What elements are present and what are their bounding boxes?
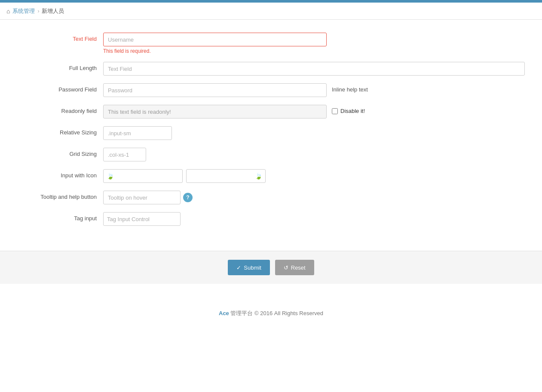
nav-current-page: 新增人员 xyxy=(42,7,64,15)
form-group-relative-sizing: Relative Sizing xyxy=(0,126,542,140)
form-group-full-length: Full Length xyxy=(0,62,542,76)
text-field-label: Text Field xyxy=(9,33,103,42)
footer-text: 管理平台 © 2016 All Rights Reserved xyxy=(230,310,323,316)
submit-label: Submit xyxy=(244,264,261,271)
form-group-password: Password Field Inline help text xyxy=(0,83,542,97)
tag-input-placeholder: Tag Input Control xyxy=(107,216,150,222)
help-button[interactable]: ? xyxy=(183,193,193,202)
tooltip-label: Tooltip and help button xyxy=(9,191,103,200)
disable-label[interactable]: Disable it! xyxy=(340,108,365,114)
home-icon: ⌂ xyxy=(6,8,10,15)
grid-sizing-input[interactable] xyxy=(103,148,146,161)
tooltip-input[interactable] xyxy=(103,191,181,204)
inline-help-text: Inline help text xyxy=(332,83,368,93)
reset-button[interactable]: ↺ Reset xyxy=(275,260,314,275)
form-group-input-icon: Input with Icon 🍃 🍃 xyxy=(0,169,542,183)
reset-label: Reset xyxy=(291,264,306,271)
reset-icon: ↺ xyxy=(284,264,288,271)
form-group-text-field: Text Field This field is required. xyxy=(0,33,542,54)
nav-separator: › xyxy=(37,8,39,14)
form-group-tag-input: Tag input Tag Input Control xyxy=(0,212,542,226)
tag-input-label: Tag input xyxy=(9,212,103,222)
relative-sizing-label: Relative Sizing xyxy=(9,126,103,136)
text-field-input[interactable] xyxy=(103,33,327,46)
readonly-input xyxy=(103,105,327,119)
input-icon-label: Input with Icon xyxy=(9,169,103,179)
disable-checkbox[interactable] xyxy=(332,108,338,114)
icon-group-row: 🍃 🍃 xyxy=(103,169,266,183)
text-field-error: This field is required. xyxy=(103,48,327,54)
password-label: Password Field xyxy=(9,83,103,93)
main-content: Text Field This field is required. Full … xyxy=(0,20,542,246)
text-field-wrapper: This field is required. xyxy=(103,33,327,54)
left-icon-group: 🍃 xyxy=(103,169,183,183)
tooltip-group: ? xyxy=(103,191,193,204)
ace-link[interactable]: Ace xyxy=(219,310,229,316)
readonly-label: Readonly field xyxy=(9,105,103,114)
relative-sizing-input[interactable] xyxy=(103,126,172,140)
full-length-label: Full Length xyxy=(9,62,103,71)
tag-input-control[interactable]: Tag Input Control xyxy=(103,212,181,226)
icon-right-input[interactable] xyxy=(186,169,266,183)
form-group-tooltip: Tooltip and help button ? xyxy=(0,191,542,204)
disable-checkbox-group: Disable it! xyxy=(332,105,365,114)
grid-sizing-label: Grid Sizing xyxy=(9,148,103,157)
page-footer: Ace 管理平台 © 2016 All Rights Reserved xyxy=(0,301,542,326)
submit-button[interactable]: ✓ Submit xyxy=(228,260,269,275)
form-group-grid-sizing: Grid Sizing xyxy=(0,148,542,161)
checkmark-icon: ✓ xyxy=(236,264,241,271)
form-group-readonly: Readonly field Disable it! xyxy=(0,105,542,119)
nav-link-admin[interactable]: 系统管理 xyxy=(12,7,35,15)
right-icon-group: 🍃 xyxy=(186,169,266,183)
full-length-input[interactable] xyxy=(103,62,525,76)
nav-bar: ⌂ 系统管理 › 新增人员 xyxy=(0,3,542,20)
form-footer: ✓ Submit ↺ Reset xyxy=(0,251,542,284)
password-input[interactable] xyxy=(103,83,327,97)
icon-left-input[interactable] xyxy=(103,169,183,183)
